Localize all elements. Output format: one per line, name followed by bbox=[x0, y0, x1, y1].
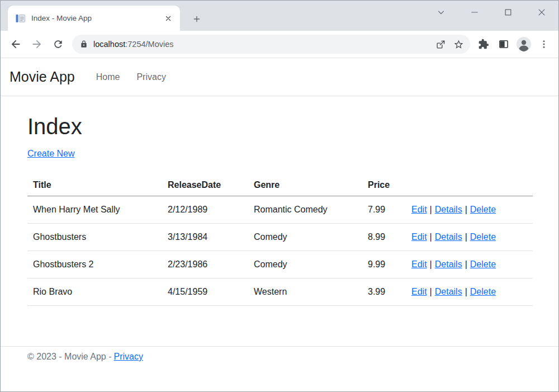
delete-link[interactable]: Delete bbox=[470, 287, 496, 296]
details-link[interactable]: Details bbox=[435, 259, 462, 269]
delete-link[interactable]: Delete bbox=[470, 259, 496, 269]
movies-table: Title ReleaseDate Genre Price When Harry… bbox=[27, 174, 533, 306]
footer-privacy-link[interactable]: Privacy bbox=[114, 352, 143, 361]
delete-link[interactable]: Delete bbox=[470, 232, 496, 242]
share-icon[interactable] bbox=[432, 36, 449, 53]
close-window-icon[interactable] bbox=[534, 4, 549, 21]
tab-strip: Index - Movie App bbox=[1, 1, 558, 31]
window-controls bbox=[433, 4, 549, 21]
action-separator: | bbox=[430, 287, 432, 296]
table-row: Rio Bravo 4/15/1959 Western 3.99 Edit|De… bbox=[27, 278, 533, 306]
header-title: Title bbox=[27, 174, 162, 196]
details-link[interactable]: Details bbox=[435, 205, 462, 214]
create-new-link[interactable]: Create New bbox=[27, 149, 74, 158]
header-release-date: ReleaseDate bbox=[162, 174, 248, 196]
cell-genre: Western bbox=[248, 278, 362, 306]
bookmark-star-icon[interactable] bbox=[450, 36, 467, 53]
tab-title: Index - Movie App bbox=[31, 14, 162, 22]
cell-actions: Edit|Details|Delete bbox=[406, 251, 533, 278]
details-link[interactable]: Details bbox=[435, 287, 462, 296]
maximize-icon[interactable] bbox=[500, 4, 516, 21]
refresh-icon[interactable] bbox=[49, 35, 68, 54]
action-separator: | bbox=[465, 259, 467, 269]
action-separator: | bbox=[465, 232, 467, 242]
action-separator: | bbox=[430, 232, 432, 242]
browser-tab[interactable]: Index - Movie App bbox=[8, 6, 180, 31]
header-actions bbox=[406, 174, 533, 196]
cell-genre: Comedy bbox=[248, 251, 362, 278]
cell-release-date: 2/23/1986 bbox=[162, 251, 248, 278]
cell-price: 9.99 bbox=[362, 251, 406, 278]
nav-link-home[interactable]: Home bbox=[96, 72, 120, 82]
cell-release-date: 2/12/1989 bbox=[162, 196, 248, 224]
forward-icon[interactable] bbox=[27, 35, 46, 54]
cell-title: Ghostbusters bbox=[27, 224, 162, 251]
edit-link[interactable]: Edit bbox=[411, 287, 427, 296]
browser-toolbar: localhost:7254/Movies bbox=[1, 31, 558, 58]
edit-link[interactable]: Edit bbox=[411, 205, 427, 214]
site-navbar: Movie App Home Privacy bbox=[1, 58, 558, 96]
action-separator: | bbox=[430, 259, 432, 269]
action-separator: | bbox=[465, 205, 467, 214]
site-footer: © 2023 - Movie App -Privacy bbox=[1, 346, 558, 362]
cell-title: Ghostbusters 2 bbox=[27, 251, 162, 278]
cell-release-date: 3/13/1984 bbox=[162, 224, 248, 251]
cell-price: 8.99 bbox=[362, 224, 406, 251]
action-separator: | bbox=[430, 205, 432, 214]
tab-search-chevron-icon[interactable] bbox=[433, 4, 449, 21]
table-row: Ghostbusters 3/13/1984 Comedy 8.99 Edit|… bbox=[27, 224, 533, 251]
extensions-puzzle-icon[interactable] bbox=[474, 35, 493, 54]
menu-dots-icon[interactable] bbox=[534, 35, 553, 54]
cell-genre: Romantic Comedy bbox=[248, 196, 362, 224]
address-bar[interactable]: localhost:7254/Movies bbox=[72, 35, 470, 54]
cell-title: Rio Bravo bbox=[27, 278, 162, 306]
back-icon[interactable] bbox=[6, 35, 25, 54]
table-row: When Harry Met Sally 2/12/1989 Romantic … bbox=[27, 196, 533, 224]
minimize-icon[interactable] bbox=[467, 4, 482, 21]
lock-icon[interactable] bbox=[80, 40, 88, 48]
nav-link-privacy[interactable]: Privacy bbox=[136, 72, 165, 82]
page-title: Index bbox=[27, 113, 532, 140]
cell-title: When Harry Met Sally bbox=[27, 196, 162, 224]
url-text[interactable]: localhost:7254/Movies bbox=[93, 40, 431, 49]
table-row: Ghostbusters 2 2/23/1986 Comedy 9.99 Edi… bbox=[27, 251, 533, 278]
side-panel-icon[interactable] bbox=[494, 35, 513, 54]
url-host: localhost bbox=[93, 40, 125, 49]
profile-avatar-icon[interactable] bbox=[514, 35, 533, 54]
cell-actions: Edit|Details|Delete bbox=[406, 196, 533, 224]
cell-genre: Comedy bbox=[248, 224, 362, 251]
browser-window: Index - Movie App bbox=[0, 0, 559, 392]
footer-copyright: © 2023 - Movie App - bbox=[27, 352, 112, 361]
table-header-row: Title ReleaseDate Genre Price bbox=[27, 174, 533, 196]
url-path: :7254/Movies bbox=[125, 40, 173, 49]
main-content: Index Create New Title ReleaseDate Genre… bbox=[1, 96, 558, 306]
cell-actions: Edit|Details|Delete bbox=[406, 224, 533, 251]
cell-price: 7.99 bbox=[362, 196, 406, 224]
header-price: Price bbox=[362, 174, 406, 196]
navbar-brand[interactable]: Movie App bbox=[10, 69, 75, 85]
tab-close-icon[interactable] bbox=[162, 12, 174, 25]
delete-link[interactable]: Delete bbox=[470, 205, 496, 214]
cell-price: 3.99 bbox=[362, 278, 406, 306]
edit-link[interactable]: Edit bbox=[411, 232, 427, 242]
action-separator: | bbox=[465, 287, 467, 296]
details-link[interactable]: Details bbox=[435, 232, 462, 242]
cell-release-date: 4/15/1959 bbox=[162, 278, 248, 306]
edit-link[interactable]: Edit bbox=[411, 259, 427, 269]
cell-actions: Edit|Details|Delete bbox=[406, 278, 533, 306]
favicon-icon bbox=[16, 13, 26, 23]
new-tab-icon[interactable] bbox=[190, 12, 204, 26]
header-genre: Genre bbox=[248, 174, 362, 196]
